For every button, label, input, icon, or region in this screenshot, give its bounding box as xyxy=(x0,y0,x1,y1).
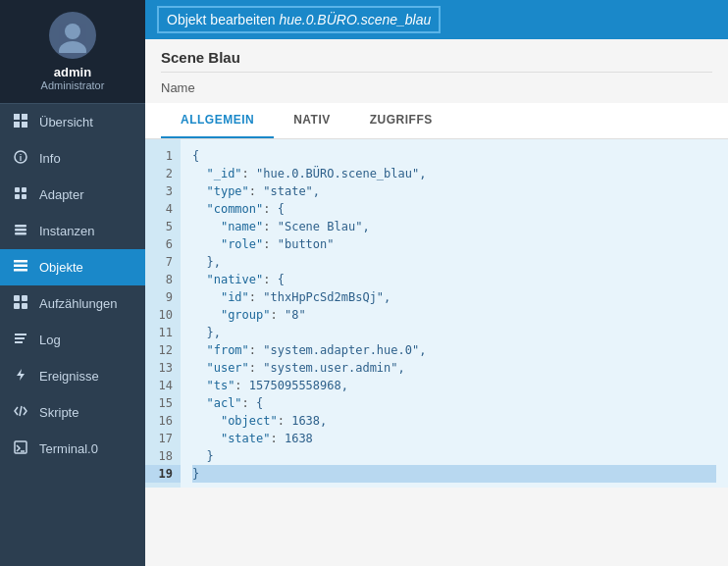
code-line: "group": "8" xyxy=(192,306,716,324)
line-num: 6 xyxy=(145,235,181,253)
tab-allgemein[interactable]: ALLGEMEIN xyxy=(161,103,274,138)
sidebar-item-terminal[interactable]: Terminal.0 xyxy=(0,431,145,467)
title-bar: Objekt bearbeiten hue.0.BÜRO.scene_blau xyxy=(145,0,728,39)
code-line: }, xyxy=(192,253,716,271)
svg-point-0 xyxy=(65,24,80,39)
info-icon: i xyxy=(12,150,29,167)
sidebar-label-info: Info xyxy=(39,151,61,166)
line-num: 14 xyxy=(145,377,181,394)
code-line: } xyxy=(192,465,716,483)
code-icon xyxy=(12,404,29,421)
code-line: } xyxy=(192,447,716,465)
svg-rect-16 xyxy=(14,265,27,268)
sidebar-item-aufzaehlungen[interactable]: Aufzählungen xyxy=(0,285,145,322)
sidebar: admin Administrator Übersicht i Info xyxy=(0,0,145,566)
sidebar-item-skripte[interactable]: Skripte xyxy=(0,394,145,431)
line-num: 17 xyxy=(145,430,181,447)
line-num: 15 xyxy=(145,394,181,412)
svg-rect-18 xyxy=(14,295,20,301)
sidebar-label-adapter: Adapter xyxy=(39,187,84,202)
bottom-area xyxy=(145,488,728,566)
svg-text:i: i xyxy=(20,153,23,163)
sidebar-item-adapter[interactable]: Adapter xyxy=(0,177,145,213)
code-line: "object": 1638, xyxy=(192,412,716,430)
svg-rect-24 xyxy=(15,341,23,343)
enum-icon xyxy=(12,295,29,312)
line-num: 7 xyxy=(145,253,181,271)
puzzle-icon xyxy=(12,186,29,203)
svg-rect-4 xyxy=(14,122,20,128)
code-content[interactable]: { "_id": "hue.0.BÜRO.scene_blau", "type"… xyxy=(181,139,728,488)
sidebar-item-instanzen[interactable]: Instanzen xyxy=(0,213,145,249)
code-line: "common": { xyxy=(192,200,716,218)
sidebar-label-aufzaehlungen: Aufzählungen xyxy=(39,296,118,311)
sidebar-item-log[interactable]: Log xyxy=(0,322,145,358)
sidebar-label-log: Log xyxy=(39,333,61,347)
title-bar-text: Objekt bearbeiten hue.0.BÜRO.scene_blau xyxy=(157,6,441,33)
code-line: "acl": { xyxy=(192,394,716,412)
svg-rect-23 xyxy=(15,337,25,339)
tabs-bar: ALLGEMEIN NATIV ZUGRIFFS xyxy=(145,103,728,139)
code-line: "ts": 1575095558968, xyxy=(192,377,716,394)
avatar xyxy=(49,12,96,59)
svg-line-26 xyxy=(20,406,22,416)
sidebar-item-info[interactable]: i Info xyxy=(0,140,145,177)
svg-rect-22 xyxy=(15,334,26,335)
svg-rect-14 xyxy=(15,232,26,235)
line-num: 10 xyxy=(145,306,181,324)
list-icon xyxy=(12,259,29,276)
code-line: "state": 1638 xyxy=(192,430,716,447)
line-num: 9 xyxy=(145,288,181,306)
line-num: 16 xyxy=(145,412,181,430)
code-editor[interactable]: 12345678910111213141516171819 { "_id": "… xyxy=(145,139,728,488)
username: admin xyxy=(8,65,137,79)
line-num: 5 xyxy=(145,218,181,235)
object-name: Scene Blau xyxy=(145,39,728,72)
line-num: 19 xyxy=(145,465,181,483)
line-num: 3 xyxy=(145,182,181,200)
line-num: 18 xyxy=(145,447,181,465)
sidebar-nav: Übersicht i Info Adapter xyxy=(0,104,145,566)
svg-rect-20 xyxy=(14,303,20,309)
sidebar-item-ereignisse[interactable]: Ereignisse xyxy=(0,358,145,394)
svg-rect-3 xyxy=(22,114,27,120)
svg-rect-10 xyxy=(15,194,20,199)
svg-rect-2 xyxy=(14,114,20,120)
code-line: "role": "button" xyxy=(192,235,716,253)
sidebar-item-uebersicht[interactable]: Übersicht xyxy=(0,104,145,140)
tab-nativ[interactable]: NATIV xyxy=(274,103,350,138)
svg-rect-5 xyxy=(22,122,27,128)
sidebar-item-objekte[interactable]: Objekte xyxy=(0,249,145,285)
line-num: 2 xyxy=(145,165,181,182)
bolt-icon xyxy=(12,368,29,385)
main-content: Objekt bearbeiten hue.0.BÜRO.scene_blau … xyxy=(145,0,728,566)
svg-rect-9 xyxy=(22,187,26,192)
sidebar-label-skripte: Skripte xyxy=(39,405,78,420)
svg-rect-13 xyxy=(15,229,26,232)
svg-rect-11 xyxy=(22,194,26,199)
sidebar-header: admin Administrator xyxy=(0,0,145,104)
code-line: "id": "thxHpPcSd2mBsQj", xyxy=(192,288,716,306)
code-line: "type": "state", xyxy=(192,182,716,200)
svg-rect-12 xyxy=(15,225,26,228)
code-line: "user": "system.user.admin", xyxy=(192,359,716,377)
terminal-icon xyxy=(12,440,29,457)
sidebar-label-objekte: Objekte xyxy=(39,260,83,275)
title-path: hue.0.BÜRO.scene_blau xyxy=(279,12,431,27)
sidebar-label-uebersicht: Übersicht xyxy=(39,115,93,129)
svg-rect-8 xyxy=(15,187,20,192)
code-line: "name": "Scene Blau", xyxy=(192,218,716,235)
grid-icon xyxy=(12,114,29,130)
sidebar-label-terminal: Terminal.0 xyxy=(39,441,98,456)
name-label: Name xyxy=(145,73,728,103)
line-num: 1 xyxy=(145,147,181,165)
svg-marker-25 xyxy=(17,369,25,381)
tab-zugriffs[interactable]: ZUGRIFFS xyxy=(350,103,452,138)
line-num: 4 xyxy=(145,200,181,218)
svg-rect-21 xyxy=(22,303,27,309)
svg-rect-17 xyxy=(14,269,27,272)
line-num: 11 xyxy=(145,324,181,341)
code-line: }, xyxy=(192,324,716,341)
layers-icon xyxy=(12,223,29,239)
user-role: Administrator xyxy=(8,79,137,91)
